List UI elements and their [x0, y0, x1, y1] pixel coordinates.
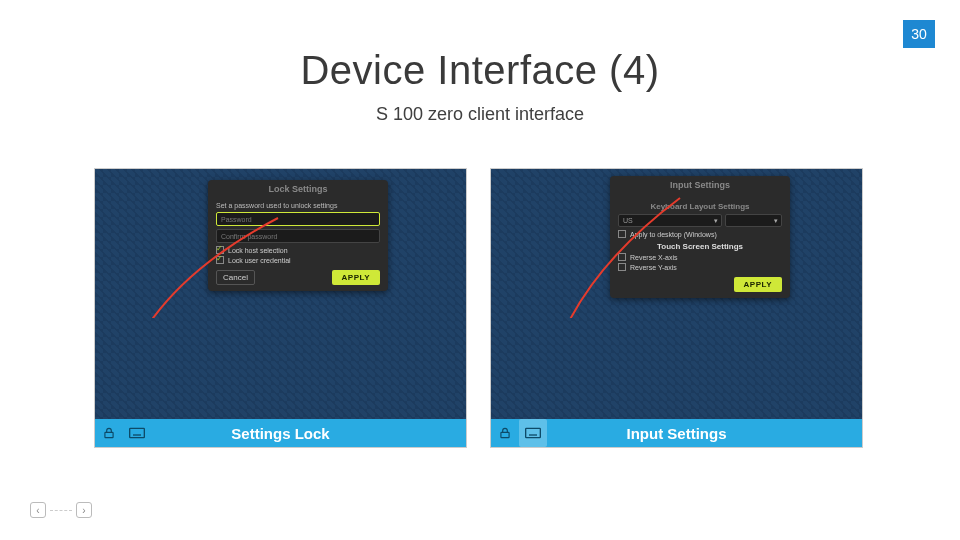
page-number-badge: 30: [903, 20, 935, 48]
keyboard-variant-dropdown[interactable]: [725, 214, 782, 227]
dialog-title: Input Settings: [610, 176, 790, 194]
prev-slide-button[interactable]: ‹: [30, 502, 46, 518]
checkbox-icon: [216, 256, 224, 264]
slide-title: Device Interface (4): [0, 48, 960, 93]
screenshot-input-settings: Input Settings Keyboard Layout Settings …: [490, 168, 863, 448]
password-field[interactable]: Password: [216, 212, 380, 226]
screenshot-settings-lock: Lock Settings Set a password used to unl…: [94, 168, 467, 448]
checkbox-icon: [618, 263, 626, 271]
lock-settings-dialog: Lock Settings Set a password used to unl…: [208, 180, 388, 291]
checkbox-label: Reverse X-axis: [630, 254, 677, 261]
svg-rect-5: [501, 432, 509, 437]
apply-desktop-checkbox[interactable]: Apply to desktop (Windows): [618, 230, 782, 238]
screenshot-caption: Input Settings: [547, 425, 806, 442]
reverse-y-checkbox[interactable]: Reverse Y-axis: [618, 263, 782, 271]
lock-host-checkbox[interactable]: Lock host selection: [216, 246, 380, 254]
keyboard-section-label: Keyboard Layout Settings: [618, 202, 782, 211]
checkbox-icon: [216, 246, 224, 254]
checkbox-label: Apply to desktop (Windows): [630, 231, 717, 238]
svg-rect-1: [130, 428, 145, 437]
svg-rect-6: [526, 428, 541, 437]
lock-icon[interactable]: [491, 419, 519, 447]
device-taskbar: Settings Lock: [95, 419, 466, 447]
svg-rect-0: [105, 432, 113, 437]
keyboard-icon[interactable]: [519, 419, 547, 447]
checkbox-label: Lock host selection: [228, 247, 288, 254]
input-settings-dialog: Input Settings Keyboard Layout Settings …: [610, 176, 790, 298]
cancel-button[interactable]: Cancel: [216, 270, 255, 285]
apply-button[interactable]: APPLY: [734, 277, 782, 292]
apply-button[interactable]: APPLY: [332, 270, 380, 285]
dialog-prompt: Set a password used to unlock settings: [216, 202, 380, 209]
keyboard-icon[interactable]: [123, 419, 151, 447]
pager-separator: [50, 510, 72, 511]
slide-subtitle: S 100 zero client interface: [0, 104, 960, 125]
dialog-title: Lock Settings: [208, 180, 388, 198]
checkbox-icon: [618, 230, 626, 238]
keyboard-layout-dropdown[interactable]: US: [618, 214, 722, 227]
checkbox-label: Reverse Y-axis: [630, 264, 677, 271]
screenshot-caption: Settings Lock: [151, 425, 410, 442]
lock-user-checkbox[interactable]: Lock user credential: [216, 256, 380, 264]
reverse-x-checkbox[interactable]: Reverse X-axis: [618, 253, 782, 261]
checkbox-label: Lock user credential: [228, 257, 291, 264]
checkbox-icon: [618, 253, 626, 261]
device-taskbar: Input Settings: [491, 419, 862, 447]
slide-pager: ‹ ›: [30, 502, 92, 518]
touch-section-label: Touch Screen Settings: [618, 242, 782, 251]
lock-icon[interactable]: [95, 419, 123, 447]
confirm-password-field[interactable]: Confirm password: [216, 229, 380, 243]
next-slide-button[interactable]: ›: [76, 502, 92, 518]
